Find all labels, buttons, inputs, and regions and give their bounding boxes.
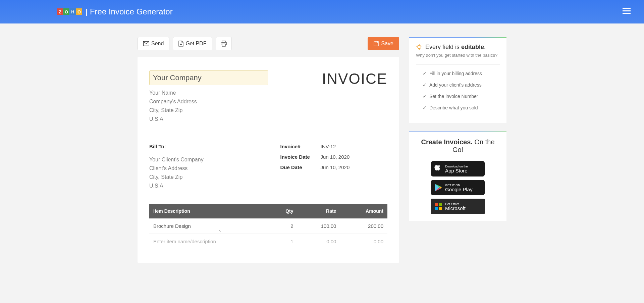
google-play-badge[interactable]: GET IT ONGoogle Play: [431, 180, 485, 195]
svg-point-8: [418, 45, 421, 49]
apple-icon: [434, 164, 442, 173]
svg-rect-11: [435, 207, 438, 210]
promo-title: Create Invoices. On the Go!: [416, 138, 500, 154]
tip-item: Add your client's address: [423, 82, 500, 88]
tip-item: Describe what you sold: [423, 105, 500, 110]
svg-rect-2: [623, 13, 631, 14]
toolbar: Send Get PDF Save: [138, 37, 399, 50]
svg-rect-7: [375, 41, 378, 43]
svg-rect-0: [623, 8, 631, 9]
due-date-label: Due Date: [280, 164, 321, 170]
pdf-icon: [178, 41, 183, 47]
tips-heading: Every field is editable.: [425, 44, 486, 51]
promo-card: Create Invoices. On the Go! Download on …: [409, 132, 506, 221]
lightbulb-icon: [416, 44, 423, 51]
country-field[interactable]: U.S.A: [149, 115, 268, 123]
tips-card: Every field is editable. Why don't you g…: [409, 37, 506, 123]
your-name-field[interactable]: Your Name: [149, 89, 268, 97]
app-store-badge[interactable]: Download on theApp Store: [431, 161, 485, 176]
send-label: Send: [151, 41, 164, 47]
th-description: Item Description: [149, 204, 268, 218]
company-address-field[interactable]: Company's Address: [149, 97, 268, 106]
save-label: Save: [381, 41, 393, 47]
items-table: Item Description Qty Rate Amount Brochur…: [149, 204, 387, 249]
item-rate-cell[interactable]: 100.00: [298, 218, 340, 234]
item-amount-cell: 200.00: [340, 218, 387, 234]
client-address-field[interactable]: Client's Address: [149, 164, 280, 173]
microsoft-badge[interactable]: Get it fromMicrosoft: [431, 199, 485, 214]
client-country-field[interactable]: U.S.A: [149, 182, 280, 190]
svg-rect-12: [439, 207, 442, 210]
mail-icon: [143, 41, 149, 46]
item-qty-cell[interactable]: 1: [268, 234, 298, 249]
th-amount: Amount: [340, 204, 387, 218]
invoice-title[interactable]: INVOICE: [322, 70, 387, 123]
send-button[interactable]: Send: [138, 37, 169, 50]
client-city-field[interactable]: City, State Zip: [149, 173, 280, 182]
th-qty: Qty: [268, 204, 298, 218]
svg-rect-1: [623, 10, 631, 11]
item-desc-cell[interactable]: Brochure Design⤡: [149, 218, 268, 234]
item-amount-cell: 0.00: [340, 234, 387, 249]
client-company-field[interactable]: Your Client's Company: [149, 155, 280, 164]
get-pdf-button[interactable]: Get PDF: [173, 37, 212, 50]
google-play-icon: [434, 184, 442, 192]
menu-icon[interactable]: [623, 8, 631, 15]
save-icon: [373, 41, 379, 47]
tips-list: Fill in your billing addressAdd your cli…: [416, 71, 500, 110]
tip-item: Fill in your billing address: [423, 71, 500, 76]
table-row: Brochure Design⤡2100.00200.00: [149, 218, 387, 234]
invoice-card: Your Name Company's Address City, State …: [138, 57, 399, 263]
invoice-number-label: Invoice#: [280, 144, 321, 149]
invoice-date-value[interactable]: Jun 10, 2020: [321, 154, 350, 160]
tip-item: Set the invoice Number: [423, 94, 500, 99]
tips-subtitle: Why don't you get started with the basic…: [416, 53, 500, 58]
svg-rect-10: [439, 203, 442, 206]
microsoft-icon: [434, 203, 442, 210]
table-row: Enter item name/description10.000.00: [149, 234, 387, 249]
th-rate: Rate: [298, 204, 340, 218]
print-icon: [221, 41, 227, 47]
print-button[interactable]: [216, 37, 232, 50]
due-date-value[interactable]: Jun 10, 2020: [321, 164, 350, 170]
invoice-number-value[interactable]: INV-12: [321, 144, 336, 149]
item-desc-cell[interactable]: Enter item name/description: [149, 234, 268, 249]
save-button[interactable]: Save: [368, 37, 399, 50]
bill-to-label: Bill To:: [149, 144, 280, 149]
svg-rect-6: [222, 44, 225, 46]
city-state-zip-field[interactable]: City, State Zip: [149, 106, 268, 115]
invoice-date-label: Invoice Date: [280, 154, 321, 160]
get-pdf-label: Get PDF: [185, 41, 206, 47]
company-name-input[interactable]: [149, 70, 268, 85]
item-qty-cell[interactable]: 2: [268, 218, 298, 234]
app-header: ZOHO | Free Invoice Generator: [0, 0, 644, 23]
app-title: | Free Invoice Generator: [86, 7, 173, 16]
item-rate-cell[interactable]: 0.00: [298, 234, 340, 249]
svg-rect-9: [435, 203, 438, 206]
header-left: ZOHO | Free Invoice Generator: [57, 7, 173, 16]
zoho-logo: ZOHO: [57, 8, 82, 15]
